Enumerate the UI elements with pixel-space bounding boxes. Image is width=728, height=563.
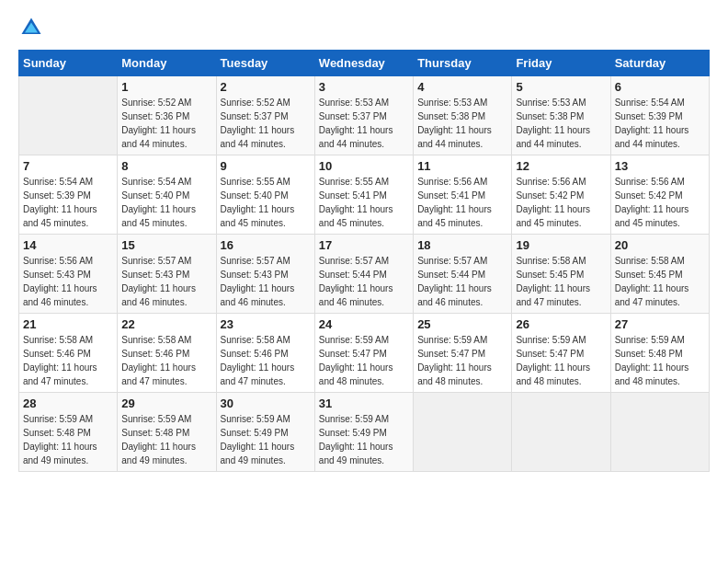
day-cell: 26Sunrise: 5:59 AMSunset: 5:47 PMDayligh… xyxy=(512,314,610,393)
header-cell-tuesday: Tuesday xyxy=(216,51,314,76)
day-cell: 24Sunrise: 5:59 AMSunset: 5:47 PMDayligh… xyxy=(314,314,413,393)
day-cell: 29Sunrise: 5:59 AMSunset: 5:48 PMDayligh… xyxy=(118,393,216,472)
day-cell: 30Sunrise: 5:59 AMSunset: 5:49 PMDayligh… xyxy=(216,393,314,472)
day-info: Sunrise: 5:54 AMSunset: 5:39 PMDaylight:… xyxy=(615,96,705,151)
day-cell: 14Sunrise: 5:56 AMSunset: 5:43 PMDayligh… xyxy=(19,235,118,314)
day-cell: 18Sunrise: 5:57 AMSunset: 5:44 PMDayligh… xyxy=(414,235,512,314)
calendar-table: SundayMondayTuesdayWednesdayThursdayFrid… xyxy=(18,50,710,472)
day-number: 25 xyxy=(417,317,507,331)
day-number: 5 xyxy=(516,80,606,94)
day-info: Sunrise: 5:59 AMSunset: 5:48 PMDaylight:… xyxy=(121,412,211,467)
day-cell: 11Sunrise: 5:56 AMSunset: 5:41 PMDayligh… xyxy=(414,155,512,235)
day-number: 12 xyxy=(516,159,606,173)
day-number: 17 xyxy=(319,238,409,252)
day-info: Sunrise: 5:54 AMSunset: 5:39 PMDaylight:… xyxy=(23,175,113,230)
day-cell: 6Sunrise: 5:54 AMSunset: 5:39 PMDaylight… xyxy=(610,76,709,155)
header-cell-sunday: Sunday xyxy=(19,51,118,76)
day-number: 7 xyxy=(23,159,113,173)
day-cell: 19Sunrise: 5:58 AMSunset: 5:45 PMDayligh… xyxy=(512,235,610,314)
day-number: 21 xyxy=(23,317,113,331)
day-number: 3 xyxy=(319,80,409,94)
day-cell xyxy=(414,393,512,472)
day-cell: 20Sunrise: 5:58 AMSunset: 5:45 PMDayligh… xyxy=(610,235,709,314)
day-cell: 21Sunrise: 5:58 AMSunset: 5:46 PMDayligh… xyxy=(19,314,118,393)
day-cell: 16Sunrise: 5:57 AMSunset: 5:43 PMDayligh… xyxy=(216,235,314,314)
day-number: 4 xyxy=(417,80,507,94)
day-info: Sunrise: 5:56 AMSunset: 5:42 PMDaylight:… xyxy=(615,175,705,230)
header xyxy=(18,15,710,40)
day-cell: 1Sunrise: 5:52 AMSunset: 5:36 PMDaylight… xyxy=(118,76,216,155)
day-info: Sunrise: 5:56 AMSunset: 5:43 PMDaylight:… xyxy=(23,254,113,309)
header-cell-friday: Friday xyxy=(512,51,610,76)
day-number: 16 xyxy=(221,238,311,252)
day-info: Sunrise: 5:58 AMSunset: 5:46 PMDaylight:… xyxy=(23,333,113,388)
day-number: 10 xyxy=(319,159,409,173)
day-cell xyxy=(610,393,709,472)
day-number: 31 xyxy=(319,396,409,410)
day-cell: 8Sunrise: 5:54 AMSunset: 5:40 PMDaylight… xyxy=(118,155,216,235)
day-number: 23 xyxy=(221,317,311,331)
day-info: Sunrise: 5:56 AMSunset: 5:42 PMDaylight:… xyxy=(516,175,606,230)
day-info: Sunrise: 5:54 AMSunset: 5:40 PMDaylight:… xyxy=(121,175,211,230)
day-number: 27 xyxy=(615,317,705,331)
day-cell: 17Sunrise: 5:57 AMSunset: 5:44 PMDayligh… xyxy=(314,235,413,314)
day-info: Sunrise: 5:59 AMSunset: 5:48 PMDaylight:… xyxy=(615,333,705,388)
day-number: 6 xyxy=(615,80,705,94)
day-info: Sunrise: 5:52 AMSunset: 5:37 PMDaylight:… xyxy=(221,96,311,151)
day-info: Sunrise: 5:57 AMSunset: 5:44 PMDaylight:… xyxy=(417,254,507,309)
day-info: Sunrise: 5:57 AMSunset: 5:44 PMDaylight:… xyxy=(319,254,409,309)
day-info: Sunrise: 5:58 AMSunset: 5:45 PMDaylight:… xyxy=(516,254,606,309)
day-cell: 3Sunrise: 5:53 AMSunset: 5:37 PMDaylight… xyxy=(314,76,413,155)
day-number: 19 xyxy=(516,238,606,252)
header-cell-thursday: Thursday xyxy=(414,51,512,76)
day-info: Sunrise: 5:59 AMSunset: 5:49 PMDaylight:… xyxy=(319,412,409,467)
day-info: Sunrise: 5:58 AMSunset: 5:46 PMDaylight:… xyxy=(221,333,311,388)
day-cell: 7Sunrise: 5:54 AMSunset: 5:39 PMDaylight… xyxy=(19,155,118,235)
day-number: 20 xyxy=(615,238,705,252)
day-cell: 4Sunrise: 5:53 AMSunset: 5:38 PMDaylight… xyxy=(414,76,512,155)
day-info: Sunrise: 5:59 AMSunset: 5:47 PMDaylight:… xyxy=(516,333,606,388)
week-row-4: 28Sunrise: 5:59 AMSunset: 5:48 PMDayligh… xyxy=(19,393,710,472)
day-number: 30 xyxy=(221,396,311,410)
day-info: Sunrise: 5:53 AMSunset: 5:38 PMDaylight:… xyxy=(417,96,507,151)
day-cell: 5Sunrise: 5:53 AMSunset: 5:38 PMDaylight… xyxy=(512,76,610,155)
day-info: Sunrise: 5:56 AMSunset: 5:41 PMDaylight:… xyxy=(417,175,507,230)
day-info: Sunrise: 5:55 AMSunset: 5:40 PMDaylight:… xyxy=(221,175,311,230)
day-cell: 23Sunrise: 5:58 AMSunset: 5:46 PMDayligh… xyxy=(216,314,314,393)
day-info: Sunrise: 5:53 AMSunset: 5:37 PMDaylight:… xyxy=(319,96,409,151)
day-number: 1 xyxy=(121,80,211,94)
day-number: 18 xyxy=(417,238,507,252)
day-number: 28 xyxy=(23,396,113,410)
day-number: 11 xyxy=(417,159,507,173)
day-cell: 10Sunrise: 5:55 AMSunset: 5:41 PMDayligh… xyxy=(314,155,413,235)
day-number: 15 xyxy=(121,238,211,252)
day-cell: 15Sunrise: 5:57 AMSunset: 5:43 PMDayligh… xyxy=(118,235,216,314)
day-number: 24 xyxy=(319,317,409,331)
day-info: Sunrise: 5:57 AMSunset: 5:43 PMDaylight:… xyxy=(121,254,211,309)
day-number: 26 xyxy=(516,317,606,331)
day-cell xyxy=(19,76,118,155)
day-cell: 9Sunrise: 5:55 AMSunset: 5:40 PMDaylight… xyxy=(216,155,314,235)
day-cell: 28Sunrise: 5:59 AMSunset: 5:48 PMDayligh… xyxy=(19,393,118,472)
day-cell: 31Sunrise: 5:59 AMSunset: 5:49 PMDayligh… xyxy=(314,393,413,472)
week-row-1: 7Sunrise: 5:54 AMSunset: 5:39 PMDaylight… xyxy=(19,155,710,235)
page: SundayMondayTuesdayWednesdayThursdayFrid… xyxy=(0,0,728,481)
day-number: 2 xyxy=(221,80,311,94)
week-row-2: 14Sunrise: 5:56 AMSunset: 5:43 PMDayligh… xyxy=(19,235,710,314)
day-cell: 2Sunrise: 5:52 AMSunset: 5:37 PMDaylight… xyxy=(216,76,314,155)
day-info: Sunrise: 5:55 AMSunset: 5:41 PMDaylight:… xyxy=(319,175,409,230)
day-info: Sunrise: 5:57 AMSunset: 5:43 PMDaylight:… xyxy=(221,254,311,309)
logo xyxy=(18,15,48,40)
day-cell: 22Sunrise: 5:58 AMSunset: 5:46 PMDayligh… xyxy=(118,314,216,393)
day-info: Sunrise: 5:59 AMSunset: 5:47 PMDaylight:… xyxy=(417,333,507,388)
header-cell-wednesday: Wednesday xyxy=(314,51,413,76)
day-info: Sunrise: 5:58 AMSunset: 5:46 PMDaylight:… xyxy=(121,333,211,388)
header-row: SundayMondayTuesdayWednesdayThursdayFrid… xyxy=(19,51,710,76)
day-cell: 25Sunrise: 5:59 AMSunset: 5:47 PMDayligh… xyxy=(414,314,512,393)
logo-icon xyxy=(18,15,44,40)
day-cell xyxy=(512,393,610,472)
day-number: 29 xyxy=(121,396,211,410)
day-info: Sunrise: 5:59 AMSunset: 5:49 PMDaylight:… xyxy=(221,412,311,467)
week-row-3: 21Sunrise: 5:58 AMSunset: 5:46 PMDayligh… xyxy=(19,314,710,393)
day-cell: 27Sunrise: 5:59 AMSunset: 5:48 PMDayligh… xyxy=(610,314,709,393)
